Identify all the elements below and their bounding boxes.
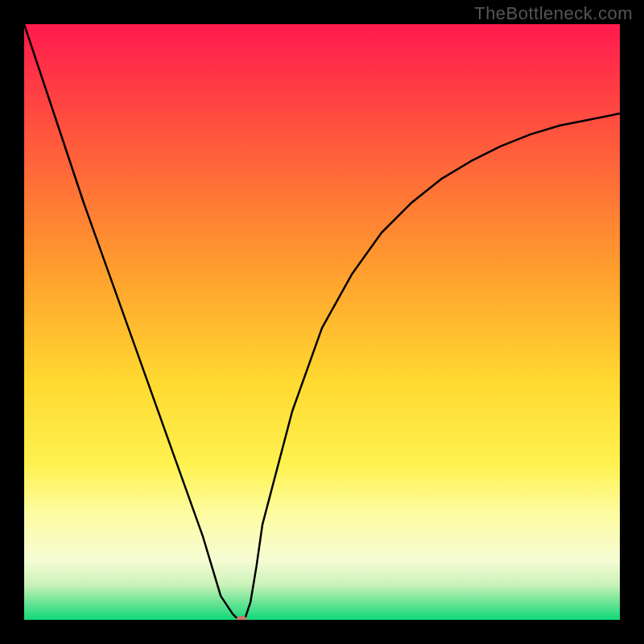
- chart-svg: [24, 24, 620, 620]
- gradient-background: [24, 24, 620, 620]
- chart-frame: TheBottleneck.com: [0, 0, 644, 644]
- watermark-text: TheBottleneck.com: [474, 3, 633, 24]
- plot-area: [24, 24, 620, 620]
